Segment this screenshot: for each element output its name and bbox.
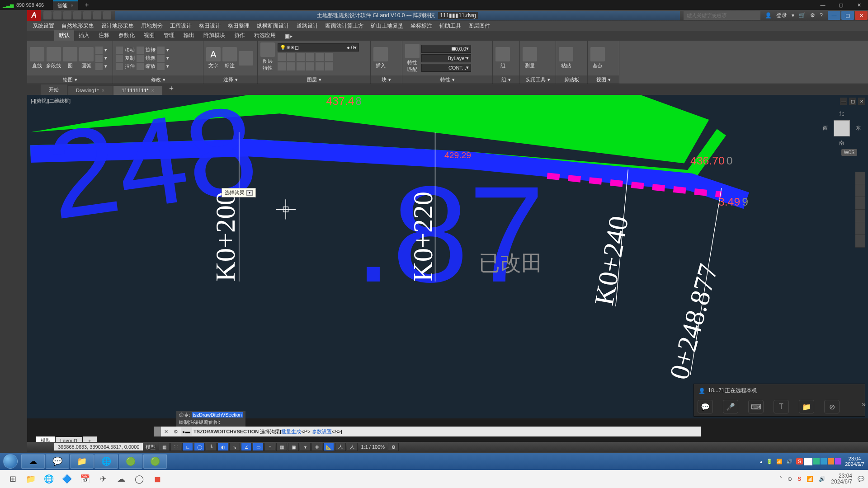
panel-title[interactable]: 块 ▾ [371, 75, 402, 84]
tray-icon[interactable]: ▴ [760, 459, 763, 465]
navigation-bar[interactable] [855, 172, 865, 248]
layer-properties-button[interactable]: 图层 特性 [260, 42, 275, 71]
chat-icon[interactable]: 💬 [698, 400, 713, 413]
annotation-scale[interactable]: 1:1 / 100% [358, 444, 387, 450]
maximize-button[interactable]: ▢ [832, 2, 850, 8]
drawing-canvas[interactable]: [-][俯视][二维线框] — ▢ ✕ 248 .87 [27, 95, 868, 418]
text-icon[interactable]: T [774, 400, 789, 413]
command-line[interactable]: ✕ ⚙ ▸▬ TSZDRAWDITCHVSECTION 选择沟渠[批量生成<P>… [154, 427, 701, 436]
login-label[interactable]: 登录 [776, 12, 787, 19]
measure-button[interactable]: 测量 [523, 47, 537, 69]
folder-icon[interactable]: 📁 [799, 400, 814, 413]
remote-comm-panel[interactable]: 👤18...71正在远程本机 💬 🎤 ⌨ T 📁 ⊘ » [693, 384, 865, 417]
menu-item[interactable]: 系统设置 [29, 22, 58, 30]
chevron-up-icon[interactable]: ˄ [779, 476, 782, 482]
ribbon-tab[interactable]: 输出 [179, 30, 199, 41]
line-button[interactable]: 直线 [30, 47, 44, 69]
menu-item[interactable]: 自然地形采集 [58, 22, 98, 30]
menu-item[interactable]: 道路设计 [293, 22, 322, 30]
date[interactable]: 2024/6/7 [845, 461, 864, 467]
wcs-badge[interactable]: WCS [841, 149, 857, 156]
menu-item[interactable]: 设计地形采集 [98, 22, 137, 30]
taskbar-app[interactable]: 🌐 [94, 454, 118, 469]
tray-icon[interactable]: ⊙ [788, 476, 792, 482]
menu-item[interactable]: 用地划分 [137, 22, 166, 30]
new-tab-button[interactable]: ＋ [84, 1, 90, 9]
panel-title[interactable]: 注释 ▾ [203, 75, 257, 84]
move-button[interactable]: 移动 [116, 47, 135, 54]
dimension-button[interactable]: 标注 [222, 47, 237, 69]
inner-close-button[interactable]: ✕ [855, 11, 868, 20]
save-icon[interactable] [63, 11, 71, 19]
rotate-button[interactable]: 旋转 [137, 47, 156, 54]
scale-button[interactable]: 缩放 [137, 63, 156, 70]
match-properties-button[interactable]: 特性 匹配 [405, 44, 420, 73]
layer-combo[interactable]: 💡❄☀◻ ● 0 ▾ [278, 43, 359, 52]
start-icon[interactable]: ⊞ [6, 473, 19, 485]
ribbon-tab[interactable]: 插入 [74, 30, 94, 41]
saveas-icon[interactable] [73, 11, 81, 19]
app-icon[interactable]: ☁ [115, 473, 127, 485]
ime-badge[interactable]: S [796, 458, 803, 465]
ribbon-tab[interactable]: 管理 [159, 30, 179, 41]
undo-icon[interactable] [93, 11, 101, 19]
mirror-button[interactable]: 镜像 [137, 55, 156, 62]
wifi-icon[interactable]: 📶 [807, 476, 813, 482]
menu-item[interactable]: 格田设计 [195, 22, 224, 30]
taskbar-app[interactable]: 🟢 [119, 454, 142, 469]
redo-icon[interactable] [103, 11, 111, 19]
vp-close-icon[interactable]: ✕ [858, 98, 865, 105]
inner-maximize-button[interactable]: ▢ [841, 11, 854, 20]
ribbon-tab[interactable]: 默认 [54, 30, 74, 41]
host-clock[interactable]: 23:04 2024/6/7 [831, 473, 852, 485]
close-icon[interactable]: × [71, 3, 73, 8]
viewport-label[interactable]: [-][俯视][二维线框] [31, 98, 71, 104]
close-button[interactable]: ✕ [850, 2, 868, 8]
ribbon-tab[interactable]: 协作 [230, 30, 250, 41]
add-doc-button[interactable]: ＋ [163, 82, 179, 95]
remote-tab[interactable]: 智能 × [53, 0, 78, 10]
menu-item[interactable]: 格田整理 [224, 22, 253, 30]
inner-minimize-button[interactable]: — [828, 11, 840, 20]
polar-toggle[interactable]: ◯ [194, 443, 205, 451]
battery-icon[interactable]: 🔋 [766, 459, 773, 465]
panel-title[interactable]: 修改 ▾ [113, 75, 203, 84]
app-icon[interactable]: ✈ [97, 473, 109, 485]
volume-icon[interactable]: 🔊 [819, 476, 826, 482]
panel-title[interactable]: 绘图 ▾ [27, 75, 113, 84]
search-input[interactable] [684, 11, 760, 20]
panel-title[interactable]: 组 ▾ [493, 75, 519, 84]
edge-icon[interactable]: 🌐 [42, 473, 55, 485]
circle-button[interactable]: 圆 [63, 47, 77, 69]
ribbon-tab[interactable]: 注释 [94, 30, 114, 41]
stretch-button[interactable]: 拉伸 [116, 63, 135, 70]
ortho-toggle[interactable]: ∟ [182, 443, 193, 451]
osnap-toggle[interactable]: 📐 [323, 443, 334, 451]
help-icon[interactable]: ? [820, 12, 823, 19]
keyboard-icon[interactable]: ⌨ [748, 400, 764, 413]
drag-handle-icon[interactable] [154, 427, 161, 436]
cart-icon[interactable]: 🛒 [799, 12, 806, 19]
notifications-icon[interactable]: 💬 [858, 476, 864, 482]
lineweight-combo[interactable]: ByLayer ▾ [421, 54, 471, 62]
ribbon-tab[interactable]: 参数化 [114, 30, 139, 41]
menu-item[interactable]: 矿山土地复垦 [367, 22, 407, 30]
plot-icon[interactable] [83, 11, 91, 19]
mic-icon[interactable]: 🎤 [723, 400, 738, 413]
menu-item[interactable]: 纵横断面设计 [253, 22, 293, 30]
minimize-button[interactable]: — [814, 2, 832, 8]
paste-button[interactable]: 粘贴 [559, 47, 573, 69]
insert-block-button[interactable]: 插入 [373, 47, 388, 69]
close-icon[interactable]: × [102, 88, 104, 93]
ribbon-play-icon[interactable]: ▣▸ [280, 32, 297, 41]
app-icon[interactable]: 🔷 [61, 473, 73, 485]
menu-item[interactable]: 工程设计 [166, 22, 195, 30]
close-icon[interactable]: ✕ [161, 427, 171, 436]
linetype-combo[interactable]: CONT... ▾ [421, 64, 471, 72]
menu-item[interactable]: 辅助工具 [436, 22, 465, 30]
expand-icon[interactable]: » [862, 400, 866, 408]
taskbar-app[interactable]: 📁 [70, 454, 94, 469]
menu-item[interactable]: 图层图件 [465, 22, 494, 30]
panel-title[interactable]: 视图 ▾ [588, 75, 619, 84]
app-icon[interactable]: 📅 [79, 473, 91, 485]
